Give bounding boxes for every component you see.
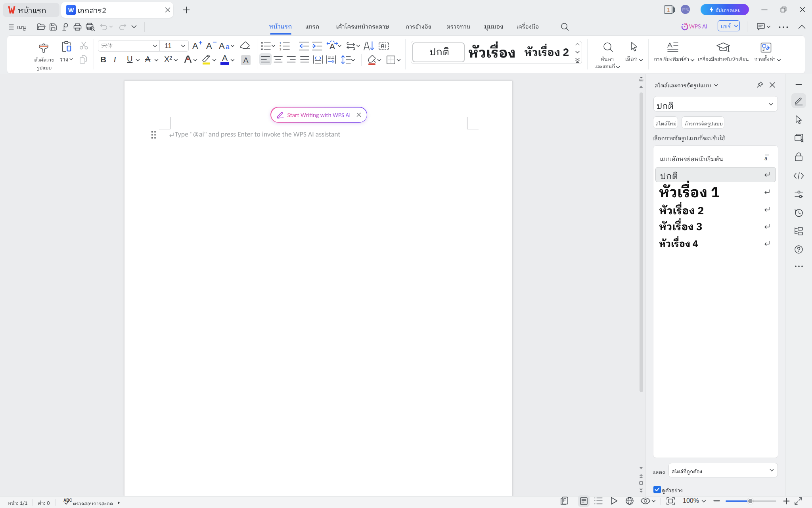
svg-text:a: a [764,155,767,162]
svg-text:A: A [329,42,335,51]
svg-text:1: 1 [667,7,670,13]
svg-text:3: 3 [280,48,281,51]
svg-text:ABC: ABC [63,498,72,502]
